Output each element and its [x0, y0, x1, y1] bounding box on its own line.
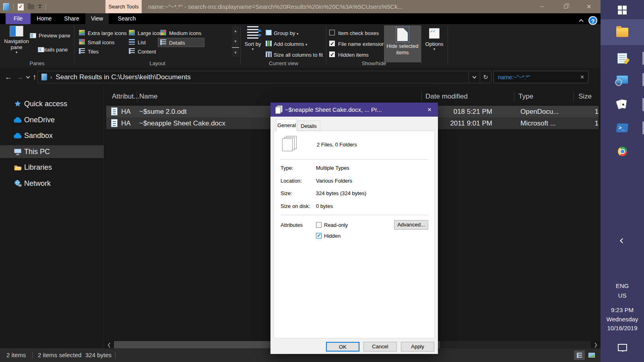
item-check-boxes-label[interactable]: Item check boxes — [338, 30, 379, 36]
column-header-date-modified[interactable]: Date modified — [425, 89, 468, 104]
help-icon[interactable]: ? — [588, 16, 597, 25]
file-name-extensions-label[interactable]: File name extensions — [338, 41, 388, 47]
qat-properties-button[interactable] — [18, 4, 24, 10]
address-bar[interactable]: › Search Results in C:\Users\keith\Docum… — [37, 71, 491, 83]
hidden-checkbox[interactable] — [316, 233, 322, 239]
cancel-button[interactable]: Cancel — [363, 342, 397, 352]
apply-button[interactable]: Apply — [401, 342, 434, 352]
options-button[interactable]: Options ▾ — [423, 25, 446, 62]
column-header-type[interactable]: Type — [518, 89, 533, 104]
hide-selected-items-button[interactable]: Hide selected items — [384, 25, 421, 62]
column-divider[interactable] — [574, 91, 574, 102]
windows-logo-icon — [618, 6, 627, 14]
dialog-close-button[interactable]: × — [421, 103, 438, 117]
column-header-size[interactable]: Size — [578, 89, 597, 104]
search-input-value[interactable]: name:~"~*.*" — [498, 74, 580, 80]
thumbnail-view-toggle[interactable] — [586, 350, 597, 360]
gallery-scroll-up[interactable]: ▲ — [232, 26, 239, 36]
column-divider[interactable] — [514, 91, 514, 102]
hide-selected-items-icon — [397, 28, 408, 41]
small-icons-button[interactable]: Small icons — [88, 39, 114, 45]
tab-home[interactable]: Home — [31, 13, 58, 24]
clock-weekday[interactable]: Wednesday — [601, 316, 644, 323]
list-icon — [129, 39, 135, 45]
hidden-items-label[interactable]: Hidden items — [338, 52, 369, 58]
column-header-attributes[interactable]: Attribut... — [112, 89, 139, 104]
tab-share[interactable]: Share — [58, 13, 85, 24]
content-button[interactable]: Content — [138, 49, 156, 55]
column-divider[interactable] — [137, 91, 137, 102]
taskbar-solitaire[interactable]: ♠ — [601, 97, 644, 113]
restore-button[interactable] — [554, 0, 577, 13]
forward-button[interactable]: → — [14, 68, 25, 86]
close-button[interactable]: × — [577, 0, 601, 13]
show-hidden-icons-button[interactable] — [601, 236, 644, 245]
clear-search-icon[interactable]: × — [580, 74, 584, 81]
item-check-boxes-checkbox[interactable] — [329, 30, 335, 35]
minimize-button[interactable] — [530, 0, 554, 13]
address-dropdown-button[interactable] — [469, 71, 480, 83]
qat-customize-dropdown[interactable]: ▾ — [38, 5, 41, 9]
hidden-items-checkbox[interactable] — [329, 51, 335, 57]
tab-search[interactable]: Search — [109, 13, 145, 24]
language-indicator[interactable]: ENG — [601, 282, 644, 289]
region-indicator[interactable]: US — [601, 292, 644, 299]
gallery-more-button[interactable]: ▼ — [232, 47, 239, 57]
dialog-tab-general[interactable]: General — [276, 119, 297, 131]
sidebar-item-libraries[interactable]: Libraries — [0, 161, 104, 174]
qat-new-folder-button[interactable] — [28, 4, 34, 9]
hidden-label[interactable]: Hidden — [324, 233, 341, 239]
refresh-button[interactable]: ↻ — [480, 71, 491, 83]
address-path[interactable]: Search Results in C:\Users\keith\Documen… — [56, 73, 190, 81]
sidebar-item-this-pc[interactable]: This PC — [0, 145, 104, 158]
clock-date[interactable]: 10/16/2019 — [601, 325, 644, 331]
ok-button[interactable]: OK — [326, 342, 359, 352]
group-by-button[interactable]: Group by ▾ — [274, 30, 299, 37]
read-only-checkbox[interactable] — [316, 222, 322, 228]
sort-by-button[interactable]: Sort by ▾ — [242, 26, 263, 51]
start-button[interactable] — [601, 3, 644, 17]
medium-icons-button[interactable]: Medium icons — [169, 30, 201, 36]
dialog-tab-details[interactable]: Details — [297, 121, 320, 131]
tiles-button[interactable]: Tiles — [88, 49, 99, 55]
column-header-name[interactable]: Name — [139, 89, 157, 104]
search-tools-contextual-tab[interactable]: Search Tools — [105, 0, 142, 13]
add-columns-button[interactable]: Add columns ▾ — [274, 41, 307, 48]
tab-file[interactable]: File — [6, 13, 31, 24]
taskbar-notepad[interactable] — [601, 50, 644, 66]
recent-locations-dropdown[interactable] — [25, 68, 31, 86]
details-pane-button[interactable]: Details pane — [39, 47, 68, 53]
action-center-button[interactable] — [601, 341, 644, 354]
group-label-current-view: Current view — [242, 60, 325, 67]
sidebar-item-onedrive[interactable]: OneDrive — [0, 113, 104, 126]
taskbar-powershell[interactable]: >_ — [601, 120, 644, 136]
taskbar-screen-search[interactable] — [601, 72, 644, 88]
tab-view[interactable]: View — [85, 13, 109, 24]
taskbar-chrome[interactable] — [601, 143, 644, 159]
details-view-button[interactable]: Details — [169, 40, 185, 46]
back-button[interactable]: ← — [3, 68, 14, 86]
scroll-right-arrow[interactable]: ❯ — [591, 341, 601, 348]
navigation-pane-button[interactable]: Navigation pane ▾ — [5, 26, 28, 54]
file-name-extensions-checkbox[interactable] — [329, 41, 335, 46]
extra-large-icons-button[interactable]: Extra large icons — [88, 30, 127, 36]
taskbar-file-explorer[interactable] — [601, 19, 644, 45]
gallery-scroll-down[interactable]: ▼ — [232, 37, 239, 46]
column-divider[interactable] — [421, 91, 422, 102]
divider — [45, 4, 46, 10]
list-button[interactable]: List — [138, 39, 146, 45]
size-all-columns-button[interactable]: Size all columns to fit — [274, 52, 323, 58]
read-only-label[interactable]: Read-only — [324, 222, 348, 228]
size-all-columns-icon — [266, 51, 272, 57]
search-box[interactable]: name:~"~*.*" × — [493, 71, 588, 83]
advanced-button[interactable]: Advanced... — [394, 220, 428, 230]
sidebar-item-quick-access[interactable]: Quick access — [0, 97, 104, 110]
sidebar-item-network[interactable]: Network — [0, 177, 104, 190]
document-icon — [111, 119, 118, 127]
scroll-left-arrow[interactable]: ❮ — [104, 341, 114, 348]
collapse-ribbon-icon[interactable] — [579, 19, 583, 23]
details-view-toggle[interactable] — [574, 350, 585, 360]
clock-time[interactable]: 9:23 PM — [601, 306, 644, 313]
sidebar-item-sandbox[interactable]: Sandbox — [0, 129, 104, 142]
preview-pane-button[interactable]: Preview pane — [39, 33, 70, 39]
